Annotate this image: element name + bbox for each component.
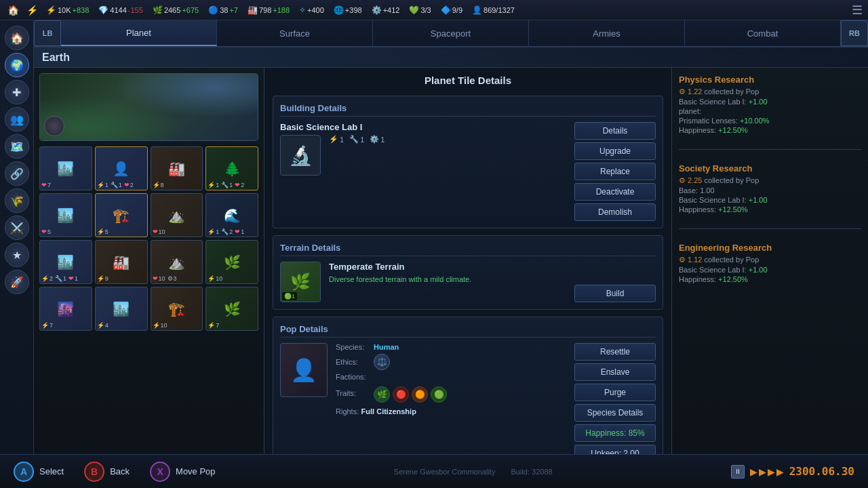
tile-item[interactable]: 🌆 ⚡7	[39, 287, 92, 331]
sidebar-btn-home[interactable]: 🏠	[5, 26, 29, 50]
tab-combat[interactable]: Combat	[685, 20, 841, 46]
resource-pops[interactable]: 🔷 9/9	[438, 5, 465, 15]
stat-worker: 🔧1	[349, 135, 364, 144]
speed-arrow-1: ▶	[750, 466, 757, 477]
resource-stability[interactable]: 💚 3/3	[406, 5, 433, 15]
building-section-title: Building Details	[280, 103, 656, 117]
resource-energy[interactable]: ⚡ 10K +838	[43, 5, 92, 15]
sidebar-btn-research[interactable]: ★	[5, 243, 29, 267]
tile-item[interactable]: 🌊 ⚡1 🔧2 ❤1	[205, 193, 258, 237]
tab-lb[interactable]: LB	[34, 20, 61, 46]
tile-stat: 🔧1	[55, 275, 66, 282]
tile-item[interactable]: 👤 ⚡1 🔧1 ❤2	[95, 146, 148, 190]
planet-image	[39, 73, 258, 141]
resource-alloys[interactable]: 🔵 38 +7	[205, 5, 241, 15]
resource-unity[interactable]: ✧ +400	[296, 5, 327, 15]
sidebar-btn-population[interactable]: 👥	[5, 107, 29, 131]
tab-armies[interactable]: Armies	[529, 20, 685, 46]
building-name: Basic Science Lab I	[280, 122, 568, 132]
research-divider	[679, 228, 861, 229]
tile-item[interactable]: 🏭 ⚡8	[151, 146, 203, 190]
building-section: Building Details Basic Science Lab I 🔬 ⚡…	[273, 96, 663, 228]
research-line: Happiness: +12.50%	[679, 126, 861, 134]
avatar	[44, 116, 64, 136]
tab-surface[interactable]: Surface	[217, 20, 373, 46]
building-info: ⚡1 🔧1 ⚙️1	[329, 135, 568, 144]
tile-item[interactable]: 🌿 ⚡7	[205, 287, 258, 331]
tile-item[interactable]: 🏭 ⚡9	[95, 240, 148, 284]
build-button[interactable]: Build	[574, 285, 656, 302]
pop-section: Pop Details 👤 Species: Human Eth	[273, 317, 663, 470]
sidebar-btn-factions[interactable]: 🌾	[5, 188, 29, 213]
resettle-button[interactable]: Resettle	[574, 343, 656, 361]
purge-button[interactable]: Purge	[574, 384, 656, 401]
tile-item[interactable]: 🏙️ ❤7	[39, 146, 92, 190]
tab-planet[interactable]: Planet	[61, 20, 217, 46]
tile-item[interactable]: 🌿 ⚡10	[205, 240, 258, 284]
deactivate-button[interactable]: Deactivate	[574, 183, 656, 201]
sidebar-btn-add[interactable]: ✚	[5, 80, 29, 104]
physics-research-section: Physics Research ⚙ 1.22 collected by Pop…	[679, 75, 861, 136]
research-line: Base: 1.00	[679, 186, 861, 195]
tab-rb[interactable]: RB	[841, 20, 868, 46]
tile-stat: ⚡1	[208, 228, 219, 235]
resource-consumer[interactable]: 🏭 798 +188	[245, 5, 292, 15]
ethics-icon: ⚖️	[374, 354, 390, 370]
tile-item[interactable]: 🏙️ ❤5	[39, 193, 92, 237]
menu-icon[interactable]: ☰	[852, 3, 863, 18]
tile-item[interactable]: 🏗️ ⚡5	[95, 193, 148, 237]
sidebar-btn-diplomacy[interactable]: 🔗	[5, 161, 29, 186]
speed-arrow-3: ▶	[768, 466, 775, 477]
panel-title: Planet Tile Details	[273, 75, 663, 86]
trait-icon-2: 🟠	[412, 386, 428, 403]
tile-stat: 🔧1	[221, 182, 233, 188]
tile-stats: ❤10 ⚙3	[153, 275, 201, 282]
details-button[interactable]: Details	[574, 122, 656, 140]
pop-ethics-label: Ethics:	[336, 358, 370, 366]
tile-stats: ⚡10	[208, 275, 256, 282]
back-btn[interactable]: B Back	[84, 462, 130, 482]
tile-stats: ⚡8	[153, 182, 201, 188]
pop-rights-label: Rights:	[336, 407, 359, 415]
resource-influence[interactable]: 🌐 +398	[331, 5, 365, 15]
select-btn[interactable]: A Select	[14, 462, 64, 482]
tile-item[interactable]: ⛰️ ❤10	[151, 193, 203, 237]
tile-item[interactable]: 🏗️ ⚡10	[151, 287, 203, 331]
tile-stats: ⚡9	[97, 275, 146, 282]
sidebar-btn-military[interactable]: ⚔️	[5, 216, 29, 240]
enslave-button[interactable]: Enslave	[574, 363, 656, 381]
pause-button[interactable]: ⏸	[731, 465, 745, 479]
replace-button[interactable]: Replace	[574, 163, 656, 180]
top-bar: 🏠 ⚡ ⚡ 10K +838 💎 4144 -155 🌿 2465 +675 🔵…	[0, 0, 868, 20]
tile-stats: ⚡2 🔧1 ❤1	[41, 275, 90, 282]
sidebar-btn-planet[interactable]: 🌍	[5, 53, 29, 77]
alerts-icon[interactable]: ⚡	[24, 3, 39, 18]
sidebar-btn-ship[interactable]: 🚀	[5, 270, 29, 294]
species-details-button[interactable]: Species Details	[574, 404, 656, 422]
tile-item[interactable]: 🌲 ⚡1 🔧1 ❤2	[205, 146, 258, 190]
happiness-display: Happiness: 85%	[574, 424, 656, 442]
resource-amenities[interactable]: ⚙️ +412	[369, 5, 403, 15]
demolish-button[interactable]: Demolish	[574, 203, 656, 221]
pop-traits-label: Traits:	[336, 389, 370, 397]
resource-food[interactable]: 🌿 2465 +675	[150, 5, 201, 15]
tiles-grid: 🏙️ ❤7 👤 ⚡1 🔧1 ❤2 🏭 ⚡8	[39, 146, 258, 331]
sidebar-btn-map[interactable]: 🗺️	[5, 134, 29, 159]
move-pop-btn[interactable]: X Move Pop	[150, 462, 216, 482]
tile-stat: ⚡8	[153, 182, 164, 188]
pop-action-buttons: Resettle Enslave Purge Species Details H…	[574, 343, 656, 462]
tile-item[interactable]: 🏙️ ⚡2 🔧1 ❤1	[39, 240, 92, 284]
research-line: ⚙ 1.22 collected by Pop	[679, 87, 861, 96]
tile-item[interactable]: ⛰️ ❤10 ⚙3	[151, 240, 203, 284]
left-sidebar: 🏠 🌍 ✚ 👥 🗺️ 🔗 🌾 ⚔️ ★ 🚀	[0, 20, 34, 454]
tile-item[interactable]: 🏙️ ⚡4	[95, 287, 148, 331]
tab-spaceport[interactable]: Spaceport	[373, 20, 529, 46]
terrain-section-title: Terrain Details	[280, 243, 656, 256]
trait-icon-1: 🔴	[393, 386, 409, 403]
home-icon[interactable]: 🏠	[5, 3, 20, 18]
tile-stats: ❤7	[41, 182, 90, 188]
resource-fleet[interactable]: 👤 869/1327	[469, 5, 517, 15]
upgrade-button[interactable]: Upgrade	[574, 142, 656, 160]
bottom-center-text: Serene Gwesbor Commonality Build: 32088	[236, 468, 711, 476]
resource-minerals[interactable]: 💎 4144 -155	[96, 5, 146, 15]
